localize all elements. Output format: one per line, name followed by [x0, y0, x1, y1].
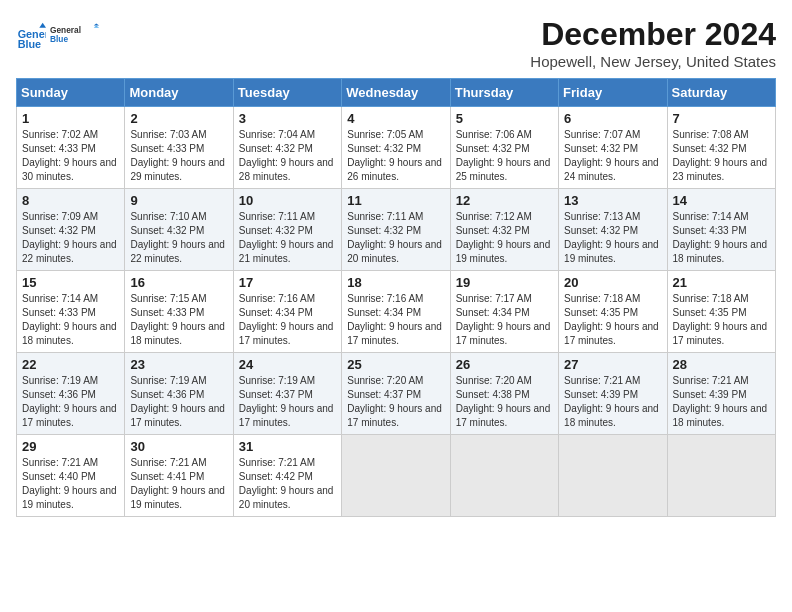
day-info: Sunrise: 7:10 AMSunset: 4:32 PMDaylight:… [130, 210, 227, 266]
calendar-cell: 2Sunrise: 7:03 AMSunset: 4:33 PMDaylight… [125, 107, 233, 189]
logo: General Blue General Blue [16, 16, 100, 56]
day-number: 20 [564, 275, 661, 290]
day-info: Sunrise: 7:06 AMSunset: 4:32 PMDaylight:… [456, 128, 553, 184]
week-row-4: 22Sunrise: 7:19 AMSunset: 4:36 PMDayligh… [17, 353, 776, 435]
calendar-cell: 11Sunrise: 7:11 AMSunset: 4:32 PMDayligh… [342, 189, 450, 271]
calendar-cell: 19Sunrise: 7:17 AMSunset: 4:34 PMDayligh… [450, 271, 558, 353]
day-info: Sunrise: 7:21 AMSunset: 4:39 PMDaylight:… [673, 374, 770, 430]
day-number: 4 [347, 111, 444, 126]
title-area: December 2024 Hopewell, New Jersey, Unit… [530, 16, 776, 70]
day-info: Sunrise: 7:21 AMSunset: 4:40 PMDaylight:… [22, 456, 119, 512]
header-cell-wednesday: Wednesday [342, 79, 450, 107]
day-info: Sunrise: 7:11 AMSunset: 4:32 PMDaylight:… [239, 210, 336, 266]
day-number: 23 [130, 357, 227, 372]
calendar-table: SundayMondayTuesdayWednesdayThursdayFrid… [16, 78, 776, 517]
day-number: 6 [564, 111, 661, 126]
header-cell-tuesday: Tuesday [233, 79, 341, 107]
day-number: 27 [564, 357, 661, 372]
svg-text:Blue: Blue [18, 38, 41, 50]
calendar-cell: 9Sunrise: 7:10 AMSunset: 4:32 PMDaylight… [125, 189, 233, 271]
calendar-cell: 7Sunrise: 7:08 AMSunset: 4:32 PMDaylight… [667, 107, 775, 189]
calendar-cell: 5Sunrise: 7:06 AMSunset: 4:32 PMDaylight… [450, 107, 558, 189]
day-number: 24 [239, 357, 336, 372]
day-info: Sunrise: 7:19 AMSunset: 4:37 PMDaylight:… [239, 374, 336, 430]
calendar-cell [342, 435, 450, 517]
header-row: SundayMondayTuesdayWednesdayThursdayFrid… [17, 79, 776, 107]
day-number: 5 [456, 111, 553, 126]
svg-text:General: General [50, 25, 81, 35]
calendar-cell: 6Sunrise: 7:07 AMSunset: 4:32 PMDaylight… [559, 107, 667, 189]
day-number: 13 [564, 193, 661, 208]
day-info: Sunrise: 7:03 AMSunset: 4:33 PMDaylight:… [130, 128, 227, 184]
day-number: 9 [130, 193, 227, 208]
day-number: 29 [22, 439, 119, 454]
day-number: 16 [130, 275, 227, 290]
day-info: Sunrise: 7:07 AMSunset: 4:32 PMDaylight:… [564, 128, 661, 184]
day-number: 8 [22, 193, 119, 208]
logo-icon: General Blue [16, 21, 46, 51]
header-cell-thursday: Thursday [450, 79, 558, 107]
day-info: Sunrise: 7:13 AMSunset: 4:32 PMDaylight:… [564, 210, 661, 266]
calendar-cell: 8Sunrise: 7:09 AMSunset: 4:32 PMDaylight… [17, 189, 125, 271]
day-info: Sunrise: 7:18 AMSunset: 4:35 PMDaylight:… [564, 292, 661, 348]
calendar-cell: 22Sunrise: 7:19 AMSunset: 4:36 PMDayligh… [17, 353, 125, 435]
day-number: 17 [239, 275, 336, 290]
day-info: Sunrise: 7:19 AMSunset: 4:36 PMDaylight:… [22, 374, 119, 430]
day-info: Sunrise: 7:21 AMSunset: 4:41 PMDaylight:… [130, 456, 227, 512]
day-number: 1 [22, 111, 119, 126]
calendar-cell [667, 435, 775, 517]
logo-svg: General Blue [50, 16, 100, 56]
day-number: 14 [673, 193, 770, 208]
day-number: 2 [130, 111, 227, 126]
calendar-cell: 3Sunrise: 7:04 AMSunset: 4:32 PMDaylight… [233, 107, 341, 189]
day-number: 7 [673, 111, 770, 126]
week-row-5: 29Sunrise: 7:21 AMSunset: 4:40 PMDayligh… [17, 435, 776, 517]
day-number: 28 [673, 357, 770, 372]
calendar-cell: 31Sunrise: 7:21 AMSunset: 4:42 PMDayligh… [233, 435, 341, 517]
location: Hopewell, New Jersey, United States [530, 53, 776, 70]
day-info: Sunrise: 7:09 AMSunset: 4:32 PMDaylight:… [22, 210, 119, 266]
day-info: Sunrise: 7:15 AMSunset: 4:33 PMDaylight:… [130, 292, 227, 348]
day-info: Sunrise: 7:21 AMSunset: 4:39 PMDaylight:… [564, 374, 661, 430]
day-number: 30 [130, 439, 227, 454]
day-info: Sunrise: 7:17 AMSunset: 4:34 PMDaylight:… [456, 292, 553, 348]
calendar-cell: 17Sunrise: 7:16 AMSunset: 4:34 PMDayligh… [233, 271, 341, 353]
day-info: Sunrise: 7:11 AMSunset: 4:32 PMDaylight:… [347, 210, 444, 266]
day-number: 26 [456, 357, 553, 372]
day-number: 11 [347, 193, 444, 208]
calendar-cell: 13Sunrise: 7:13 AMSunset: 4:32 PMDayligh… [559, 189, 667, 271]
calendar-cell: 14Sunrise: 7:14 AMSunset: 4:33 PMDayligh… [667, 189, 775, 271]
day-info: Sunrise: 7:14 AMSunset: 4:33 PMDaylight:… [673, 210, 770, 266]
svg-text:Blue: Blue [50, 34, 68, 44]
week-row-1: 1Sunrise: 7:02 AMSunset: 4:33 PMDaylight… [17, 107, 776, 189]
day-number: 25 [347, 357, 444, 372]
day-info: Sunrise: 7:20 AMSunset: 4:38 PMDaylight:… [456, 374, 553, 430]
day-number: 22 [22, 357, 119, 372]
calendar-cell: 15Sunrise: 7:14 AMSunset: 4:33 PMDayligh… [17, 271, 125, 353]
month-title: December 2024 [530, 16, 776, 53]
day-number: 31 [239, 439, 336, 454]
header-cell-friday: Friday [559, 79, 667, 107]
header-cell-sunday: Sunday [17, 79, 125, 107]
calendar-cell: 10Sunrise: 7:11 AMSunset: 4:32 PMDayligh… [233, 189, 341, 271]
day-info: Sunrise: 7:12 AMSunset: 4:32 PMDaylight:… [456, 210, 553, 266]
header: General Blue General Blue December 2024 … [16, 16, 776, 70]
day-info: Sunrise: 7:08 AMSunset: 4:32 PMDaylight:… [673, 128, 770, 184]
day-info: Sunrise: 7:05 AMSunset: 4:32 PMDaylight:… [347, 128, 444, 184]
calendar-cell: 25Sunrise: 7:20 AMSunset: 4:37 PMDayligh… [342, 353, 450, 435]
header-cell-monday: Monday [125, 79, 233, 107]
day-info: Sunrise: 7:16 AMSunset: 4:34 PMDaylight:… [239, 292, 336, 348]
day-info: Sunrise: 7:14 AMSunset: 4:33 PMDaylight:… [22, 292, 119, 348]
svg-marker-5 [94, 24, 99, 26]
day-number: 19 [456, 275, 553, 290]
svg-marker-6 [94, 26, 99, 28]
calendar-cell: 18Sunrise: 7:16 AMSunset: 4:34 PMDayligh… [342, 271, 450, 353]
day-info: Sunrise: 7:02 AMSunset: 4:33 PMDaylight:… [22, 128, 119, 184]
calendar-cell: 29Sunrise: 7:21 AMSunset: 4:40 PMDayligh… [17, 435, 125, 517]
calendar-cell: 1Sunrise: 7:02 AMSunset: 4:33 PMDaylight… [17, 107, 125, 189]
calendar-cell [450, 435, 558, 517]
day-info: Sunrise: 7:19 AMSunset: 4:36 PMDaylight:… [130, 374, 227, 430]
week-row-2: 8Sunrise: 7:09 AMSunset: 4:32 PMDaylight… [17, 189, 776, 271]
calendar-cell: 4Sunrise: 7:05 AMSunset: 4:32 PMDaylight… [342, 107, 450, 189]
day-info: Sunrise: 7:04 AMSunset: 4:32 PMDaylight:… [239, 128, 336, 184]
